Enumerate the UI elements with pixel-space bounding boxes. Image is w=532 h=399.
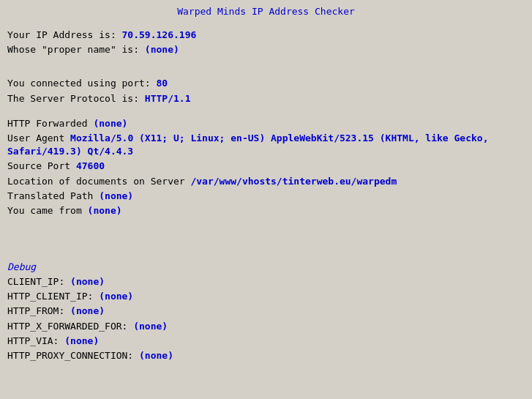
protocol-value: HTTP/1.1 — [145, 93, 191, 104]
main-content: Your IP Address is: 70.59.126.196 Whose … — [0, 21, 532, 371]
you-came-from-label: You came from — [7, 205, 82, 216]
client-ip-value: (none) — [70, 276, 105, 287]
client-ip-label: CLIENT_IP: — [7, 276, 64, 287]
http-x-forwarded-label: HTTP_X_FORWARDED_FOR: — [7, 321, 127, 332]
source-port-label: Source Port — [7, 160, 70, 171]
http-client-ip-line: HTTP_CLIENT_IP: (none) — [7, 290, 525, 303]
proper-name-value: (none) — [145, 44, 179, 55]
port-line: You connected using port: 80 — [7, 77, 525, 90]
debug-section: Debug CLIENT_IP: (none) HTTP_CLIENT_IP: … — [7, 261, 525, 362]
http-proxy-label: HTTP_PROXY_CONNECTION: — [7, 350, 133, 361]
http-via-line: HTTP_VIA: (none) — [7, 335, 525, 348]
http-from-label: HTTP_FROM: — [7, 305, 64, 316]
http-from-value: (none) — [70, 305, 105, 316]
ip-line: Your IP Address is: 70.59.126.196 — [7, 29, 525, 42]
http-client-ip-value: (none) — [99, 291, 133, 302]
proper-name-line: Whose "proper name" is: (none) — [7, 43, 525, 56]
location-line: Location of documents on Server /var/www… — [7, 175, 525, 188]
you-came-from-line: You came from (none) — [7, 204, 525, 217]
ip-section: Your IP Address is: 70.59.126.196 Whose … — [7, 29, 525, 56]
page-title: Warped Minds IP Address Checker — [0, 0, 532, 21]
port-value: 80 — [157, 78, 168, 89]
http-from-line: HTTP_FROM: (none) — [7, 305, 525, 318]
debug-title: Debug — [7, 261, 525, 272]
details-section: HTTP Forwarded (none) User Agent Mozilla… — [7, 117, 525, 217]
location-value: /var/www/vhosts/tinterweb.eu/warpedm — [190, 176, 397, 187]
protocol-label: The Server Protocol is: — [7, 93, 139, 104]
user-agent-line: User Agent Mozilla/5.0 (X11; U; Linux; e… — [7, 132, 525, 158]
ip-label: Your IP Address is: — [7, 29, 116, 40]
http-proxy-line: HTTP_PROXY_CONNECTION: (none) — [7, 349, 525, 362]
port-label: You connected using port: — [7, 78, 151, 89]
http-via-value: (none) — [64, 335, 99, 346]
http-via-label: HTTP_VIA: — [7, 335, 59, 346]
ip-value: 70.59.126.196 — [122, 29, 197, 40]
http-x-forwarded-line: HTTP_X_FORWARDED_FOR: (none) — [7, 320, 525, 333]
protocol-line: The Server Protocol is: HTTP/1.1 — [7, 92, 525, 105]
http-forwarded-value: (none) — [93, 118, 127, 129]
http-x-forwarded-value: (none) — [133, 321, 168, 332]
proper-name-label: Whose "proper name" is: — [7, 44, 139, 55]
user-agent-value: Mozilla/5.0 (X11; U; Linux; en-US) Apple… — [7, 133, 488, 157]
location-label: Location of documents on Server — [7, 176, 185, 187]
you-came-from-value: (none) — [88, 205, 122, 216]
http-client-ip-label: HTTP_CLIENT_IP: — [7, 291, 93, 302]
connection-section: You connected using port: 80 The Server … — [7, 77, 525, 105]
translated-path-label: Translated Path — [7, 190, 93, 201]
http-forwarded-label: HTTP Forwarded — [7, 118, 88, 129]
translated-path-value: (none) — [99, 190, 133, 201]
translated-path-line: Translated Path (none) — [7, 190, 525, 203]
source-port-line: Source Port 47600 — [7, 160, 525, 173]
http-forwarded-line: HTTP Forwarded (none) — [7, 117, 525, 130]
user-agent-label: User Agent — [7, 133, 64, 143]
source-port-value: 47600 — [76, 160, 105, 171]
http-proxy-value: (none) — [139, 350, 173, 361]
client-ip-line: CLIENT_IP: (none) — [7, 275, 525, 288]
